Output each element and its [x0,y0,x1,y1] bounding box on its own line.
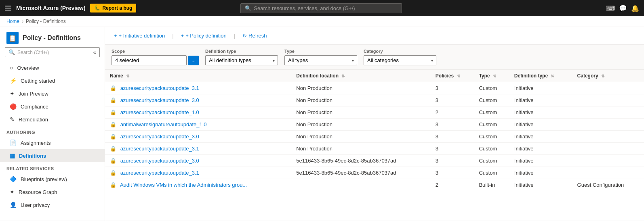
name-sort-icon[interactable]: ⇅ [126,74,129,78]
cell-policies: 3 [431,119,474,131]
scope-input[interactable] [112,55,187,65]
policy-definition-button[interactable]: + + Policy definition [179,31,229,40]
cell-policies: 2 [431,179,474,191]
main-content: + + Initiative definition | + + Policy d… [105,27,644,221]
cell-definition-type: Initiative [509,106,572,119]
sidebar-item-remediation[interactable]: ✎ Remediation [0,113,105,126]
row-icon: 🔒 [110,85,116,91]
global-search[interactable]: 🔍 [240,3,402,13]
sidebar-item-label: Resource Graph [19,189,57,195]
definition-link[interactable]: azuresecuritypackautoupdate_1.0 [120,109,199,115]
table-row: 🔒 azuresecuritypackautoupdate_3.0 Non Pr… [105,131,644,143]
definition-link[interactable]: Audit Windows VMs in which the Administr… [120,182,247,188]
sidebar-item-label: Getting started [21,78,55,84]
feedback-icon[interactable]: 💬 [619,4,627,12]
hamburger-menu[interactable] [5,6,11,10]
cell-definition-type: Initiative [509,94,572,106]
sidebar-search-icon: 🔍 [8,49,15,55]
definition-type-select[interactable]: All definition types Policy Initiative [205,55,278,65]
cell-policies: 3 [431,82,474,94]
refresh-icon: ↻ [242,33,247,39]
refresh-button[interactable]: ↻ Refresh [240,31,269,40]
sidebar-item-join-preview[interactable]: ✦ Join Preview [0,87,105,100]
category-select[interactable]: All categories Guest Configuration Compu… [364,55,436,65]
sidebar-item-blueprints[interactable]: 🔷 Blueprints (preview) [0,173,105,186]
def-type-sort-icon[interactable]: ⇅ [551,74,554,78]
sidebar-item-label: Remediation [19,117,48,123]
definition-link[interactable]: azuresecuritypackautoupdate_3.0 [120,158,199,164]
cell-category [572,167,644,179]
cell-category [572,106,644,119]
toolbar: + + Initiative definition | + + Policy d… [105,27,644,45]
report-bug-button[interactable]: 🐛 Report a bug [90,4,136,13]
cell-type: Custom [474,167,509,179]
scope-filter: Scope ... [112,49,199,65]
initiative-definition-button[interactable]: + + Initiative definition [112,31,167,40]
sidebar: 📋 Policy - Definitions 🔍 « ○ Overview ⚡ … [0,27,105,221]
sidebar-item-label: Definitions [19,153,46,159]
cell-category: Guest Configuration [572,179,644,191]
type-sort-icon[interactable]: ⇅ [493,74,496,78]
sidebar-item-compliance[interactable]: 🔴 Compliance [0,100,105,113]
sidebar-title: Policy - Definitions [23,34,81,42]
type-select-wrapper: All types Custom Built-in [284,55,357,65]
cell-definition-type: Initiative [509,179,572,191]
breadcrumb-separator: › [22,19,23,24]
toolbar-separator-2: | [234,33,235,39]
cell-type: Custom [474,94,509,106]
definition-link[interactable]: azuresecuritypackautoupdate_3.1 [120,170,199,176]
cell-policies: 3 [431,155,474,167]
global-search-input[interactable] [254,5,398,11]
notification-icon[interactable]: 🔔 [631,4,639,12]
user-icon: 👤 [10,202,17,208]
category-sort-icon[interactable]: ⇅ [601,74,604,78]
cell-location: Non Production [291,106,431,119]
col-location: Definition location ⇅ [291,70,431,82]
table-row: 🔒 azuresecuritypackautoupdate_3.1 Non Pr… [105,143,644,155]
sidebar-item-resource-graph[interactable]: ✦ Resource Graph [0,186,105,198]
lightning-icon: ⚡ [10,77,17,84]
col-definition-type: Definition type ⇅ [509,70,572,82]
table-row: 🔒 antimalwaresignatureautoupdate_1.0 Non… [105,119,644,131]
policies-sort-icon[interactable]: ⇅ [457,74,460,78]
filters-bar: Scope ... Definition type All definition… [105,45,644,70]
definition-link[interactable]: azuresecuritypackautoupdate_3.1 [120,85,199,91]
cell-definition-type: Initiative [509,167,572,179]
graph-icon: ✦ [10,189,15,195]
cell-type: Custom [474,143,509,155]
sidebar-item-overview[interactable]: ○ Overview [0,61,105,74]
cell-type: Custom [474,131,509,143]
collapse-button[interactable]: « [93,49,96,55]
definition-link[interactable]: azuresecuritypackautoupdate_3.0 [120,97,199,103]
sidebar-item-assignments[interactable]: 📄 Assignments [0,136,105,149]
terminal-icon[interactable]: ⌨ [606,4,615,12]
breadcrumb-home[interactable]: Home [6,19,19,24]
cell-definition-type: Initiative [509,131,572,143]
sidebar-item-label: Assignments [21,140,51,146]
definition-link[interactable]: azuresecuritypackautoupdate_3.0 [120,133,199,140]
cell-type: Built-in [474,179,509,191]
sidebar-item-definitions[interactable]: ▦ Definitions [0,149,105,162]
cell-type: Custom [474,82,509,94]
cell-policies: 2 [431,106,474,119]
sidebar-search-input[interactable] [17,50,91,55]
cell-location: Non Production [291,131,431,143]
location-sort-icon[interactable]: ⇅ [341,74,345,78]
sidebar-item-user-privacy[interactable]: 👤 User privacy [0,198,105,211]
cell-policies: 3 [431,131,474,143]
category-filter: Category All categories Guest Configurat… [364,49,436,65]
scope-dots-button[interactable]: ... [188,56,199,65]
sidebar-item-getting-started[interactable]: ⚡ Getting started [0,74,105,87]
col-type: Type ⇅ [474,70,509,82]
type-select[interactable]: All types Custom Built-in [284,55,357,65]
sidebar-search[interactable]: 🔍 « [5,47,100,57]
table-container: Name ⇅ Definition location ⇅ Policies ⇅ [105,70,644,191]
table-row: 🔒 azuresecuritypackautoupdate_3.1 Non Pr… [105,82,644,94]
definition-link[interactable]: antimalwaresignatureautoupdate_1.0 [120,121,207,127]
row-icon: 🔒 [110,121,116,127]
col-name: Name ⇅ [105,70,291,82]
cell-definition-type: Initiative [509,143,572,155]
page-layout: 📋 Policy - Definitions 🔍 « ○ Overview ⚡ … [0,27,644,221]
topbar: Microsoft Azure (Preview) 🐛 Report a bug… [0,0,644,16]
definition-link[interactable]: azuresecuritypackautoupdate_3.1 [120,146,199,152]
